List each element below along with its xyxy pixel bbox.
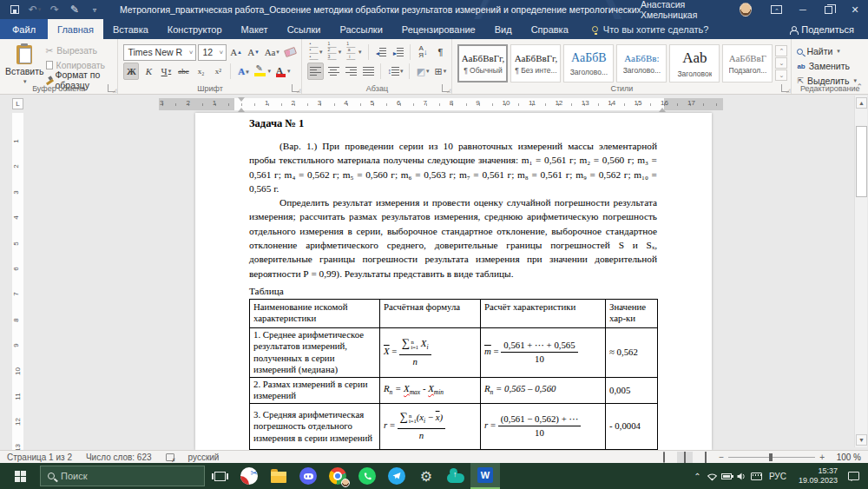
vertical-ruler[interactable]: 12345678910111213 [12,113,23,450]
task-view-button[interactable] [205,463,234,489]
font-size-combo[interactable]: 12˅ [198,44,227,61]
align-right-button[interactable] [343,63,358,80]
replace-button[interactable]: abЗаменить [797,59,865,73]
web-layout-button[interactable] [698,452,713,463]
tray-chevron-icon[interactable]: ⌃ [690,463,705,489]
minimize-button[interactable]: ─ [790,0,816,19]
grow-font-button[interactable]: А▲ [228,43,244,61]
wifi-icon[interactable] [705,463,720,489]
undo-icon[interactable]: ↶▾ [29,3,41,16]
find-button[interactable]: Найти▾ [797,44,865,58]
style-no-spacing[interactable]: АаБбВвГг, ¶ Без инте... [510,44,561,83]
share-button[interactable]: Поделиться [790,19,868,39]
language-indicator[interactable]: русский [181,453,227,462]
tab-review[interactable]: Рецензирование [392,19,485,39]
close-button[interactable]: ✕ [842,0,868,19]
styles-dialog-launcher[interactable] [781,84,789,92]
cloud-app-button[interactable] [441,463,470,489]
scrollbar-thumb[interactable] [856,126,867,197]
redo-icon[interactable]: ↷ [49,3,61,16]
proofing-errors-icon[interactable] [166,453,174,461]
italic-button[interactable]: К [141,63,156,80]
horizontal-ruler[interactable]: 3211234567891011121314151617 [159,98,723,110]
borders-button[interactable]: ⊞▾ [432,63,448,80]
whatsapp-button[interactable] [352,463,382,489]
line-spacing-button[interactable]: ↕▾ [385,63,404,80]
bold-button[interactable]: Ж [123,63,139,80]
screen-capture-app-button[interactable] [234,463,264,489]
pen-icon[interactable]: ✎ [69,3,81,16]
style-subtitle[interactable]: АаБбВвГ Подзагол... [722,44,773,83]
restore-button[interactable] [816,0,842,19]
user-avatar[interactable] [740,3,752,17]
taskbar-clock[interactable]: 15:37 19.09.2023 [792,466,845,486]
subscript-button[interactable]: x₂ [193,63,208,80]
zoom-out-button[interactable]: − [719,453,724,462]
text-effects-button[interactable]: А▾ [235,63,251,80]
clear-formatting-button[interactable] [282,43,298,61]
font-color-button[interactable]: А▾ [274,63,293,80]
touch-keyboard-icon[interactable] [749,463,764,489]
ruler-tab-selector[interactable]: L [12,98,23,109]
print-layout-button[interactable] [677,452,693,463]
user-name[interactable]: Анастасия Хмельницкая [641,0,733,20]
collapse-ribbon-button[interactable]: ⌃ [856,83,863,91]
highlight-button[interactable]: ▾ [253,63,273,80]
paste-button[interactable]: Вставить▾ [5,43,44,88]
underline-button[interactable]: Ч▾ [158,63,174,80]
shrink-font-button[interactable]: А▼ [246,43,261,61]
hanging-indent-marker[interactable] [238,104,245,112]
scroll-down-button[interactable]: ▼ [856,434,867,446]
scroll-up-button[interactable]: ▲ [856,97,867,109]
multilevel-list-button[interactable]: 1—— а—— i——▾ [345,43,363,61]
tab-layout[interactable]: Макет [232,19,278,39]
show-marks-button[interactable]: ¶ [432,43,448,61]
tab-home[interactable]: Главная [48,19,103,39]
tab-insert[interactable]: Вставка [103,19,158,39]
font-name-combo[interactable]: Times New R˅ [123,44,196,61]
style-title[interactable]: Aab Заголовок [669,44,720,83]
tab-mailings[interactable]: Рассылки [330,19,391,39]
right-indent-marker[interactable] [659,104,666,112]
input-language-indicator[interactable]: РУС [764,472,792,481]
tell-me-box[interactable]: Что вы хотите сделать? [592,19,709,39]
zoom-thumb[interactable] [769,453,773,461]
word-taskbar-button[interactable]: W [470,463,500,489]
read-mode-button[interactable] [656,452,672,463]
start-button[interactable] [0,463,40,489]
action-center-icon[interactable] [848,472,859,480]
strikethrough-button[interactable]: abc [175,63,191,80]
change-case-button[interactable]: Аа▾ [263,43,280,61]
word-count[interactable]: Число слов: 623 [79,453,159,462]
discord-button[interactable] [293,463,323,489]
settings-button[interactable]: ⚙ [411,463,441,489]
style-heading2[interactable]: АаБбВв: Заголово... [616,44,667,83]
zoom-slider[interactable]: − + [719,453,825,462]
style-normal[interactable]: АаБбВвГг, ¶ Обычный [457,44,508,83]
align-left-button[interactable] [307,63,324,80]
vertical-scrollbar[interactable]: ▲ ▼ [854,96,867,447]
styles-gallery-more[interactable]: ⌄ [775,69,787,81]
tab-references[interactable]: Ссылки [278,19,331,39]
align-center-button[interactable] [326,63,341,80]
justify-button[interactable] [360,63,376,80]
font-dialog-launcher[interactable] [292,84,299,92]
superscript-button[interactable]: x² [210,63,226,80]
speaker-icon[interactable] [734,463,749,489]
tab-help[interactable]: Справка [522,19,578,39]
style-heading1[interactable]: АаБбВ Заголово... [563,44,614,83]
chrome-button[interactable] [323,463,352,489]
taskbar-search[interactable]: Поиск [40,466,205,486]
zoom-in-button[interactable]: + [819,453,825,462]
file-explorer-button[interactable] [264,463,293,489]
telegram-button[interactable] [382,463,411,489]
tab-view[interactable]: Вид [485,19,522,39]
clipboard-dialog-launcher[interactable] [108,84,115,92]
zoom-percentage[interactable]: 100 % [830,453,861,462]
styles-scroll-down[interactable]: ⌄ [775,57,787,69]
document-page[interactable]: Задача № 1 (Вар. 1.) При проведении сери… [195,113,712,450]
page-indicator[interactable]: Страница 1 из 2 [0,453,79,462]
tab-file[interactable]: Файл [0,19,48,39]
sort-button[interactable]: АЯ↓ [415,43,431,61]
qat-customize-icon[interactable]: ▿ [89,3,101,16]
